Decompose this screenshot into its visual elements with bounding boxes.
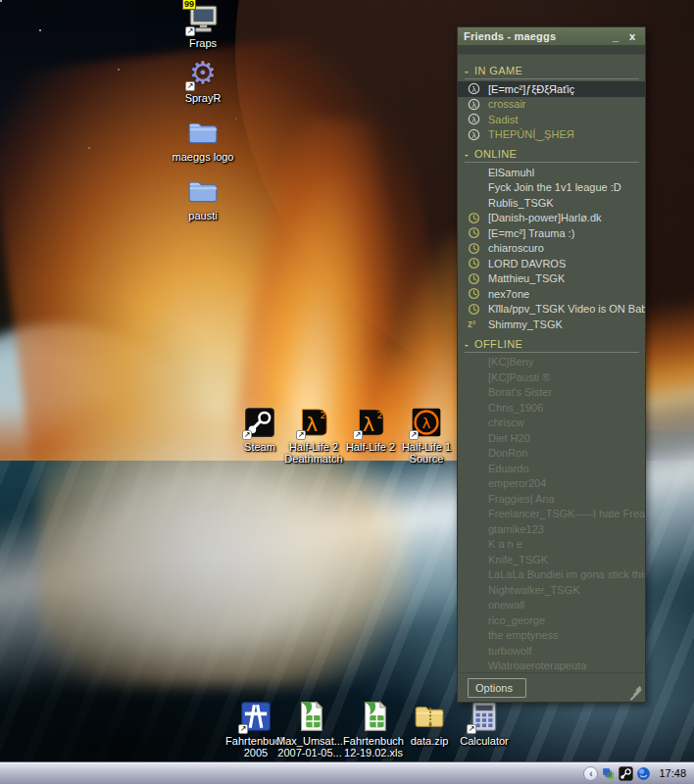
monitor-icon: 99↗	[186, 2, 220, 35]
no-status-icon	[468, 660, 482, 672]
friend-row[interactable]: LORD DAVROS	[458, 256, 645, 271]
friend-row[interactable]: Fyck Join the 1v1 league :D	[458, 180, 645, 196]
friend-row[interactable]: λcrossair	[458, 97, 645, 113]
shortcut-arrow-icon: ↗	[353, 430, 363, 440]
away-clock-icon	[468, 287, 482, 300]
friend-row[interactable]: [KC]Beny	[458, 355, 645, 370]
friend-row[interactable]: Knife_TSGK	[458, 552, 645, 567]
desktop-icon-pausti[interactable]: pausti	[170, 174, 236, 221]
hl1-icon: λ↗	[410, 406, 443, 439]
blue-orb-tray-icon[interactable]	[636, 766, 651, 781]
friend-name: LORD DAVROS	[488, 258, 566, 270]
svg-text:2: 2	[377, 410, 383, 420]
friend-row[interactable]: LaLaLa Bundiei im gona stick this way, L…	[458, 567, 645, 583]
friend-name: [E=mc²]ƒξĐξЯaťiç	[488, 83, 574, 95]
friend-row[interactable]: DonRon	[458, 446, 645, 462]
friend-row[interactable]: Chris_1906	[458, 400, 645, 416]
desktop-icon-half-life-1[interactable]: λ↗Half-Life 1Source	[393, 406, 460, 465]
friend-row[interactable]: Freelancer_TSGK-----I hate Freaking POSE…	[458, 507, 645, 522]
section-header-offline[interactable]: -OFFLINE	[465, 338, 639, 350]
section-divider	[465, 352, 639, 353]
desktop-icon-label: pausti	[170, 210, 236, 221]
windows-tray-icon[interactable]	[601, 766, 616, 781]
friend-row[interactable]: Matthieu_TSGK	[458, 271, 645, 287]
section-header-ingame[interactable]: -IN GAME	[465, 65, 639, 76]
friend-row[interactable]: gtamike123	[458, 521, 645, 537]
friend-name: rico_george	[488, 614, 545, 626]
friend-row[interactable]: Fraggies| Ana	[458, 491, 645, 507]
friend-row[interactable]: rico_george	[458, 612, 645, 628]
no-status-icon	[468, 522, 482, 535]
friend-row[interactable]: λTHEPÚNÍ‿ŞHEЯ	[458, 127, 645, 143]
tray-collapse-chevron-icon[interactable]: ‹	[583, 766, 598, 781]
no-status-icon	[468, 356, 482, 368]
friend-row[interactable]: [Danish-power]Harlø.dk	[458, 211, 645, 226]
steam-tray-icon[interactable]	[619, 766, 633, 781]
friend-row[interactable]: Eduardo	[458, 461, 645, 476]
friend-name: K a n e	[488, 538, 522, 550]
desktop-icon-max-umsat-[interactable]: Max_Umsat...2007-01-05...	[276, 700, 343, 759]
friend-row[interactable]: λ[E=mc²]ƒξĐξЯaťiç	[458, 81, 645, 97]
friend-row[interactable]: Diet H20	[458, 430, 645, 446]
friend-name: onewall	[488, 599, 524, 611]
shortcut-arrow-icon: ↗	[409, 430, 419, 440]
section-divider	[465, 162, 639, 163]
desktop-icon-label: SprayR	[170, 92, 236, 104]
friend-row[interactable]: Kĩlla/ppv_TSGK Video is ON Baby 4 real !…	[458, 302, 645, 318]
friend-row[interactable]: Rublis_TSGK	[458, 195, 645, 211]
desktop-icon-calculator[interactable]: ↗Calculator	[451, 700, 518, 747]
collapse-dash-icon[interactable]: -	[465, 65, 474, 76]
close-button[interactable]: x	[625, 30, 639, 43]
options-button[interactable]: Options	[468, 678, 526, 698]
resize-grip[interactable]	[625, 684, 641, 698]
friend-row[interactable]: ElSamuhl	[458, 165, 645, 180]
shortcut-arrow-icon: ↗	[185, 81, 195, 91]
friend-row[interactable]: chriscw	[458, 416, 645, 431]
no-status-icon	[468, 462, 482, 474]
friend-name: Kĩlla/ppv_TSGK Video is ON Baby 4 real !…	[488, 303, 645, 315]
collapse-dash-icon[interactable]: -	[465, 338, 474, 350]
no-status-icon	[468, 492, 482, 505]
away-clock-icon	[468, 303, 482, 316]
friend-row[interactable]: nex7one	[458, 286, 645, 302]
friend-row[interactable]: Wiatroaeroterapeuta	[458, 659, 645, 673]
svg-text:2: 2	[321, 410, 326, 420]
friend-row[interactable]: turbowolf	[458, 643, 645, 659]
friend-name: Freelancer_TSGK-----I hate Freaking POSE…	[488, 508, 645, 519]
no-status-icon	[468, 538, 482, 551]
shortcut-arrow-icon: ↗	[185, 26, 195, 36]
friend-row[interactable]: Borat's Sister	[458, 385, 645, 401]
friend-row[interactable]: λSadist	[458, 112, 645, 127]
friend-row[interactable]: the emptyness	[458, 628, 645, 644]
minimize-button[interactable]: _	[609, 30, 622, 43]
svg-text:λ: λ	[422, 415, 431, 432]
no-status-icon	[468, 583, 482, 596]
friend-row[interactable]: emperor204	[458, 476, 645, 492]
svg-text:λ: λ	[471, 116, 476, 124]
friend-name: Diet H20	[488, 432, 530, 444]
taskbar-clock: 17:48	[659, 767, 686, 779]
friend-row[interactable]: z²Shimmy_TSGK	[458, 317, 645, 332]
svg-text:λ: λ	[471, 100, 476, 109]
svg-text:λ: λ	[306, 413, 318, 436]
friends-titlebar[interactable]: Friends - maeggs _ x	[458, 27, 645, 45]
friend-row[interactable]: onewall	[458, 598, 645, 613]
no-status-icon	[468, 553, 482, 565]
desktop-icon-sprayr[interactable]: ⚙↗SprayR	[170, 57, 236, 104]
section-label: OFFLINE	[474, 338, 522, 350]
desktop-icon-fraps[interactable]: 99↗Fraps	[170, 2, 236, 49]
section-label: ONLINE	[474, 148, 517, 160]
section-header-online[interactable]: -ONLINE	[465, 148, 639, 160]
away-clock-icon	[468, 242, 482, 255]
friend-name: Rublis_TSGK	[488, 197, 554, 209]
friend-row[interactable]: chiaroscuro	[458, 241, 645, 257]
friend-row[interactable]: Nightwalker_TSGK	[458, 582, 645, 598]
wallpaper-layer	[0, 0, 2, 2]
ingame-lambda-icon: λ	[468, 128, 482, 141]
desktop-icon-maeggs-logo[interactable]: maeggs logo	[170, 116, 236, 163]
desktop-icon-label: maeggs logo	[170, 151, 236, 163]
friend-row[interactable]: K a n e	[458, 537, 645, 553]
collapse-dash-icon[interactable]: -	[465, 148, 474, 160]
friend-row[interactable]: [E=mc²] Trauma :)	[458, 225, 645, 241]
friend-row[interactable]: [KC]Pausti ®	[458, 369, 645, 385]
